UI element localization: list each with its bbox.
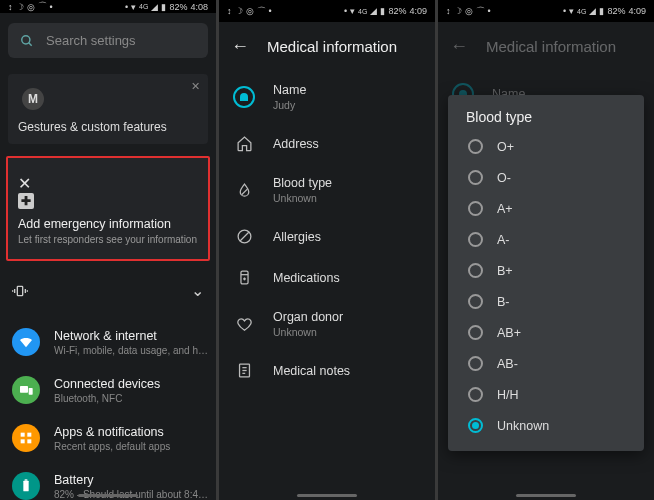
med-item-label: Medications xyxy=(273,271,421,285)
clock: 4:09 xyxy=(409,6,427,16)
search-icon xyxy=(20,34,34,48)
radio-option-a-[interactable]: A- xyxy=(460,224,632,255)
notes-icon xyxy=(233,362,255,379)
close-icon[interactable]: ✕ xyxy=(18,175,31,192)
med-row-medical-notes[interactable]: Medical notes xyxy=(219,350,435,391)
heart-icon xyxy=(233,316,255,333)
motorola-logo: M xyxy=(22,88,44,110)
battery-icon: ▮ xyxy=(599,6,604,16)
clock: 4:08 xyxy=(190,2,208,12)
radio-icon xyxy=(468,325,483,340)
svg-rect-7 xyxy=(20,386,28,393)
radio-icon xyxy=(468,139,483,154)
med-item-label: Blood type xyxy=(273,176,421,190)
blood-icon xyxy=(233,182,255,199)
page-title: Medical information xyxy=(267,38,397,55)
radio-option-a-[interactable]: A+ xyxy=(460,193,632,224)
radio-label: Unknown xyxy=(497,419,549,433)
radio-option-unknown[interactable]: Unknown xyxy=(460,410,632,441)
setting-row-apps-notifications[interactable]: Apps & notifications Recent apps, defaul… xyxy=(0,414,216,462)
emergency-subtitle: Let first responders see your informatio… xyxy=(18,234,198,245)
med-item-label: Name xyxy=(273,83,421,97)
svg-rect-13 xyxy=(23,481,28,492)
svg-rect-2 xyxy=(17,286,22,295)
battery-percent: 82% xyxy=(607,6,625,16)
emergency-info-card[interactable]: ✕ ✚ Add emergency information Let first … xyxy=(6,156,210,261)
status-bar: ↕☽◎⌒• •▾4G◢ ▮ 82% 4:08 xyxy=(0,0,216,13)
back-icon[interactable]: ← xyxy=(450,36,468,57)
med-row-allergies[interactable]: Allergies xyxy=(219,216,435,257)
radio-option-b-[interactable]: B+ xyxy=(460,255,632,286)
med-item-label: Medical notes xyxy=(273,364,421,378)
svg-rect-9 xyxy=(21,433,25,437)
svg-rect-10 xyxy=(27,433,31,437)
med-item-value: Judy xyxy=(273,99,421,111)
battery-icon xyxy=(12,472,40,500)
med-row-address[interactable]: Address xyxy=(219,123,435,164)
status-bar: ↕☽◎⌒• •▾4G◢ ▮ 82% 4:09 xyxy=(438,0,654,22)
setting-subtitle: Bluetooth, NFC xyxy=(54,393,208,404)
meds-icon xyxy=(233,269,255,286)
radio-icon xyxy=(468,170,483,185)
setting-row-connected-devices[interactable]: Connected devices Bluetooth, NFC xyxy=(0,366,216,414)
nav-handle[interactable] xyxy=(78,494,138,497)
radio-icon xyxy=(468,356,483,371)
radio-icon xyxy=(468,387,483,402)
setting-row-network-internet[interactable]: Network & internet Wi-Fi, mobile, data u… xyxy=(0,318,216,366)
person-icon xyxy=(233,86,255,108)
nav-handle[interactable] xyxy=(516,494,576,497)
medical-info-list: Name Judy Address Blood type Unknown All… xyxy=(219,71,435,391)
radio-label: AB+ xyxy=(497,326,521,340)
wifi-icon xyxy=(12,328,40,356)
setting-title: Battery xyxy=(54,473,208,487)
med-row-name[interactable]: Name Judy xyxy=(219,71,435,123)
radio-option-o-[interactable]: O- xyxy=(460,162,632,193)
radio-icon xyxy=(468,263,483,278)
nav-handle[interactable] xyxy=(297,494,357,497)
radio-option-ab-[interactable]: AB+ xyxy=(460,317,632,348)
close-icon[interactable]: ✕ xyxy=(191,80,200,93)
apps-icon xyxy=(12,424,40,452)
setting-subtitle: Wi-Fi, mobile, data usage, and hotspot xyxy=(54,345,208,356)
home-icon xyxy=(233,135,255,152)
dialog-title: Blood type xyxy=(460,109,632,125)
svg-line-18 xyxy=(240,232,249,241)
med-item-label: Organ donor xyxy=(273,310,421,324)
radio-icon xyxy=(468,232,483,247)
status-bar: ↕☽◎⌒• •▾4G◢ ▮ 82% 4:09 xyxy=(219,0,435,22)
radio-option-o-[interactable]: O+ xyxy=(460,131,632,162)
med-item-label: Address xyxy=(273,137,421,151)
radio-label: H/H xyxy=(497,388,519,402)
appbar: ← Medical information xyxy=(219,22,435,71)
search-settings[interactable]: Search settings xyxy=(8,23,208,58)
med-row-blood-type[interactable]: Blood type Unknown xyxy=(219,164,435,216)
radio-option-ab-[interactable]: AB- xyxy=(460,348,632,379)
radio-option-b-[interactable]: B- xyxy=(460,286,632,317)
svg-line-1 xyxy=(29,42,32,45)
med-row-organ-donor[interactable]: Organ donor Unknown xyxy=(219,298,435,350)
battery-percent: 82% xyxy=(169,2,187,12)
clock: 4:09 xyxy=(628,6,646,16)
svg-rect-11 xyxy=(21,439,25,443)
radio-label: A+ xyxy=(497,202,513,216)
svg-point-0 xyxy=(22,35,30,43)
med-row-medications[interactable]: Medications xyxy=(219,257,435,298)
setting-subtitle: Recent apps, default apps xyxy=(54,441,208,452)
radio-option-h-h[interactable]: H/H xyxy=(460,379,632,410)
svg-rect-12 xyxy=(27,439,31,443)
med-item-value: Unknown xyxy=(273,192,421,204)
radio-label: O- xyxy=(497,171,511,185)
gestures-card[interactable]: ✕ M Gestures & custom features xyxy=(8,74,208,144)
radio-label: B+ xyxy=(497,264,513,278)
sound-mode-row[interactable]: ⌄ xyxy=(8,275,208,306)
med-item-value: Unknown xyxy=(273,326,421,338)
settings-list: Network & internet Wi-Fi, mobile, data u… xyxy=(0,318,216,500)
gestures-card-title: Gestures & custom features xyxy=(18,120,198,134)
vibrate-icon xyxy=(12,283,28,299)
radio-label: AB- xyxy=(497,357,518,371)
back-icon[interactable]: ← xyxy=(231,36,249,57)
radio-icon xyxy=(468,294,483,309)
devices-icon xyxy=(12,376,40,404)
blood-type-dialog: Blood type O+ O- A+ A- B+ B- AB+ AB- H/H… xyxy=(448,95,644,451)
chevron-down-icon[interactable]: ⌄ xyxy=(191,281,204,300)
